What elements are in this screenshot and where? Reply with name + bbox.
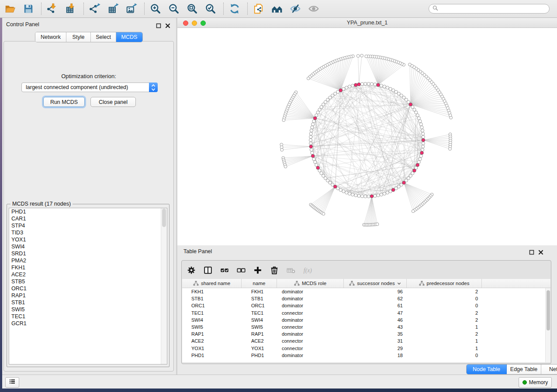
optimization-criterion-label: Optimization criterion: bbox=[4, 73, 173, 79]
import-table-icon bbox=[65, 3, 76, 14]
split-columns-button[interactable] bbox=[203, 265, 213, 275]
column-header-shared-name[interactable]: shared name bbox=[182, 279, 242, 288]
tab-mcds[interactable]: MCDS bbox=[116, 32, 142, 42]
import-network-button[interactable] bbox=[46, 2, 59, 15]
tab-select[interactable]: Select bbox=[91, 32, 116, 42]
memory-button[interactable]: Memory bbox=[519, 377, 552, 388]
table-row[interactable]: YOX1YOX1connector291 bbox=[182, 345, 550, 352]
table-scrollbar-thumb[interactable] bbox=[547, 290, 550, 330]
close-panel-icon[interactable] bbox=[538, 249, 543, 257]
graphics-details-button[interactable] bbox=[289, 2, 302, 15]
float-panel-icon[interactable] bbox=[156, 22, 161, 30]
mcds-node-item[interactable]: GCR1 bbox=[9, 320, 167, 327]
tab-node-table[interactable]: Node Table bbox=[467, 364, 507, 374]
export-table-button[interactable] bbox=[107, 2, 120, 15]
select-all-button[interactable] bbox=[219, 265, 230, 275]
settings-gear-button[interactable] bbox=[186, 265, 197, 275]
mcds-node-item[interactable]: STB1 bbox=[9, 299, 167, 306]
table-row[interactable]: ORC1ORC1dominator610 bbox=[182, 302, 550, 309]
mcds-node-item[interactable]: SRD1 bbox=[9, 250, 167, 257]
zoom-in-icon bbox=[150, 3, 161, 14]
zoom-out-button[interactable] bbox=[167, 2, 180, 15]
export-network-button[interactable] bbox=[88, 2, 101, 15]
column-label: predecessor nodes bbox=[427, 281, 470, 286]
dropdown-stepper-icon[interactable] bbox=[149, 83, 158, 92]
cell-predecessor-nodes: 2 bbox=[407, 330, 482, 337]
delete-table-icon bbox=[286, 265, 296, 275]
column-label: shared name bbox=[201, 281, 230, 286]
zoom-selected-button[interactable] bbox=[204, 2, 217, 15]
network-graph[interactable] bbox=[177, 28, 557, 245]
cell-predecessor-nodes: 2 bbox=[407, 316, 482, 323]
mcds-list-scrollbar[interactable] bbox=[161, 208, 167, 364]
mcds-node-item[interactable]: RAP1 bbox=[9, 292, 167, 299]
open-folder-button[interactable] bbox=[3, 2, 17, 15]
table-row[interactable]: STB1STB1dominator620 bbox=[182, 295, 550, 302]
cell-name: STB1 bbox=[242, 295, 277, 302]
tab-network[interactable]: Network bbox=[35, 32, 66, 42]
import-network-icon bbox=[47, 3, 58, 14]
birdseye-view-button bbox=[307, 2, 320, 15]
mcds-node-item[interactable]: ACE2 bbox=[9, 271, 167, 278]
cell-name: TEC1 bbox=[242, 309, 277, 316]
cell-name: RAP1 bbox=[242, 330, 277, 337]
zoom-fit-button[interactable] bbox=[186, 2, 199, 15]
tab-edge-table[interactable]: Edge Table bbox=[507, 364, 541, 374]
table-scrollbar[interactable] bbox=[545, 288, 550, 362]
mcds-node-item[interactable]: STB5 bbox=[9, 278, 167, 285]
mcds-node-item[interactable]: SWI5 bbox=[9, 306, 167, 313]
optimization-criterion-dropdown[interactable]: largest connected component (undirected) bbox=[21, 83, 158, 92]
mcds-node-item[interactable]: FKH1 bbox=[9, 264, 167, 271]
column-label: name bbox=[253, 281, 266, 286]
table-row[interactable]: TEC1TEC1connector472 bbox=[182, 309, 550, 316]
table-row[interactable]: SWI4SWI4dominator462 bbox=[182, 316, 550, 323]
mcds-node-item[interactable]: STP4 bbox=[9, 222, 167, 229]
table-row[interactable]: FKH1FKH1dominator962 bbox=[182, 288, 550, 295]
zoom-in-button[interactable] bbox=[149, 2, 162, 15]
table-row[interactable]: ACE2ACE2connector311 bbox=[182, 337, 550, 344]
sort-desc-icon bbox=[397, 282, 401, 285]
search-input[interactable] bbox=[439, 5, 541, 12]
refresh-button[interactable] bbox=[228, 2, 241, 15]
zoom-selected-icon bbox=[205, 3, 216, 14]
close-panel-button[interactable]: Close panel bbox=[90, 97, 136, 107]
mcds-node-item[interactable]: CAR1 bbox=[9, 215, 167, 222]
network-canvas[interactable] bbox=[177, 28, 557, 245]
table-row[interactable]: RAP1RAP1dominator352 bbox=[182, 330, 550, 337]
mcds-node-item[interactable]: PHD1 bbox=[9, 208, 167, 215]
float-panel-icon[interactable] bbox=[529, 249, 534, 257]
mcds-node-item[interactable]: SWI4 bbox=[9, 243, 167, 250]
network-window-titlebar[interactable]: YPA_prune.txt_1 bbox=[177, 18, 557, 28]
save-session-button[interactable] bbox=[22, 2, 35, 15]
table-row[interactable]: SWI5SWI5connector431 bbox=[182, 323, 550, 330]
cell-shared-name: ORC1 bbox=[182, 302, 242, 309]
panel-menu-button[interactable] bbox=[5, 377, 19, 388]
mcds-node-item[interactable]: TEC1 bbox=[9, 313, 167, 320]
column-type-icon bbox=[294, 281, 300, 286]
table-row[interactable]: PHD1PHD1dominator180 bbox=[182, 352, 550, 359]
mcds-node-item[interactable]: YOX1 bbox=[9, 236, 167, 243]
mcds-result-list[interactable]: PHD1CAR1STP4TID3YOX1SWI4SRD1PMA2FKH1ACE2… bbox=[9, 208, 167, 364]
first-neighbors-button[interactable] bbox=[270, 2, 284, 15]
clone-network-button[interactable] bbox=[252, 2, 265, 15]
deselect-all-button[interactable] bbox=[236, 265, 246, 275]
column-header-successor-nodes[interactable]: successor nodes bbox=[344, 279, 407, 288]
mcds-node-item[interactable]: PMA2 bbox=[9, 257, 167, 264]
column-header-name[interactable]: name bbox=[242, 279, 277, 288]
function-builder-button: f(x) bbox=[302, 265, 313, 275]
search-box[interactable] bbox=[429, 4, 550, 14]
import-table-button[interactable] bbox=[64, 2, 77, 15]
table-panel-tabs: Node TableEdge TableNetwork TableMotifs bbox=[466, 364, 557, 375]
mcds-node-item[interactable]: ORC1 bbox=[9, 285, 167, 292]
export-image-button[interactable] bbox=[125, 2, 138, 15]
run-mcds-button[interactable]: Run MCDS bbox=[43, 97, 85, 107]
column-header-predecessor-nodes[interactable]: predecessor nodes bbox=[407, 279, 482, 288]
tab-network-table[interactable]: Network Table bbox=[541, 364, 557, 374]
close-panel-icon[interactable] bbox=[165, 22, 170, 30]
settings-gear-icon bbox=[187, 265, 196, 275]
column-header-MCDS-role[interactable]: MCDS role bbox=[277, 279, 344, 288]
delete-column-button[interactable] bbox=[269, 265, 280, 275]
mcds-node-item[interactable]: TID3 bbox=[9, 229, 167, 236]
tab-style[interactable]: Style bbox=[66, 32, 91, 42]
add-column-button[interactable] bbox=[253, 265, 263, 275]
